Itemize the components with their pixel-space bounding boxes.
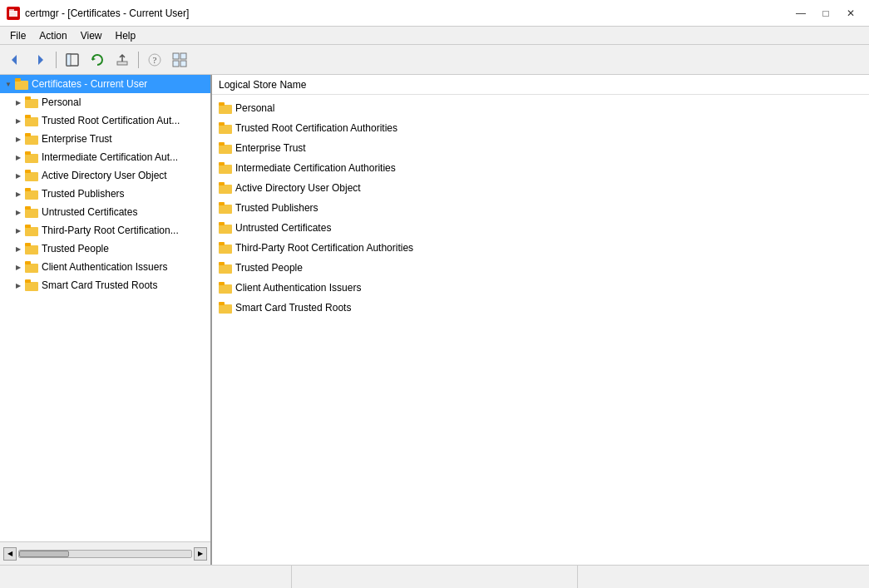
right-untrusted-label: Untrusted Certificates bbox=[235, 222, 331, 234]
scroll-track[interactable] bbox=[18, 550, 192, 558]
close-button[interactable]: ✕ bbox=[839, 5, 862, 22]
active-dir-arrow: ▶ bbox=[13, 170, 23, 180]
tree-view: ▼ Certificates - Current User ▶ Personal… bbox=[0, 75, 210, 541]
right-untrusted-icon bbox=[219, 222, 232, 234]
right-item-client-auth[interactable]: Client Authentication Issuers bbox=[212, 278, 869, 298]
tree-item-intermediate[interactable]: ▶ Intermediate Certification Aut... bbox=[0, 148, 210, 166]
svg-rect-51 bbox=[219, 225, 232, 234]
svg-rect-24 bbox=[25, 151, 31, 155]
right-personal-label: Personal bbox=[235, 102, 274, 114]
right-item-untrusted[interactable]: Untrusted Certificates bbox=[212, 218, 869, 238]
minimize-button[interactable]: — bbox=[789, 5, 812, 22]
active-dir-folder-icon bbox=[25, 170, 38, 181]
scroll-right-arrow[interactable]: ▶ bbox=[194, 547, 207, 561]
scroll-thumb[interactable] bbox=[19, 551, 69, 557]
right-trusted-root-icon bbox=[219, 122, 232, 134]
right-panel-items: Personal Trusted Root Certification Auth… bbox=[212, 95, 869, 321]
third-party-label: Third-Party Root Certification... bbox=[42, 225, 179, 236]
svg-rect-55 bbox=[219, 264, 232, 274]
tree-item-third-party[interactable]: ▶ Third-Party Root Certification... bbox=[0, 221, 210, 240]
svg-rect-22 bbox=[25, 133, 31, 136]
view-button[interactable] bbox=[168, 49, 191, 71]
right-item-third-party[interactable]: Third-Party Root Certification Authoriti… bbox=[212, 238, 869, 258]
tree-item-client-auth[interactable]: ▶ Client Authentication Issuers bbox=[0, 258, 210, 276]
svg-rect-1 bbox=[9, 11, 17, 17]
refresh-button[interactable] bbox=[86, 49, 109, 71]
intermediate-label: Intermediate Certification Aut... bbox=[42, 151, 178, 163]
menu-action[interactable]: Action bbox=[32, 28, 73, 43]
status-section-1 bbox=[7, 566, 292, 588]
svg-rect-17 bbox=[25, 99, 38, 108]
svg-rect-19 bbox=[25, 117, 38, 126]
right-panel: Logical Store Name Personal Trusted Root… bbox=[212, 75, 869, 565]
tree-item-smart-card[interactable]: ▶ Smart Card Trusted Roots bbox=[0, 276, 210, 294]
svg-rect-48 bbox=[219, 182, 225, 185]
client-auth-arrow: ▶ bbox=[13, 262, 23, 272]
svg-rect-41 bbox=[219, 125, 232, 134]
personal-arrow: ▶ bbox=[13, 97, 23, 107]
right-intermediate-label: Intermediate Certification Authorities bbox=[235, 162, 396, 174]
tree-item-active-dir[interactable]: ▶ Active Directory User Object bbox=[0, 166, 210, 185]
right-trusted-people-label: Trusted People bbox=[235, 262, 303, 274]
right-client-auth-icon bbox=[219, 282, 232, 294]
forward-button[interactable] bbox=[28, 49, 52, 71]
smart-card-arrow: ▶ bbox=[13, 280, 23, 290]
right-item-personal[interactable]: Personal bbox=[212, 98, 869, 118]
right-item-trusted-root[interactable]: Trusted Root Certification Authorities bbox=[212, 118, 869, 138]
scroll-left-arrow[interactable]: ◀ bbox=[3, 547, 17, 561]
svg-rect-23 bbox=[25, 154, 38, 163]
right-item-enterprise[interactable]: Enterprise Trust bbox=[212, 138, 869, 158]
svg-rect-15 bbox=[15, 81, 28, 90]
tree-item-untrusted[interactable]: ▶ Untrusted Certificates bbox=[0, 203, 210, 221]
svg-rect-16 bbox=[15, 78, 21, 82]
svg-rect-56 bbox=[219, 262, 225, 265]
svg-rect-18 bbox=[25, 96, 31, 100]
right-item-active-dir[interactable]: Active Directory User Object bbox=[212, 178, 869, 198]
svg-rect-8 bbox=[117, 62, 127, 65]
svg-rect-58 bbox=[219, 282, 225, 285]
trusted-root-folder-icon bbox=[25, 115, 38, 126]
right-trusted-root-label: Trusted Root Certification Authorities bbox=[235, 122, 397, 134]
right-item-intermediate[interactable]: Intermediate Certification Authorities bbox=[212, 158, 869, 178]
right-intermediate-icon bbox=[219, 162, 232, 174]
trusted-root-label: Trusted Root Certification Aut... bbox=[42, 115, 180, 126]
menu-file[interactable]: File bbox=[3, 28, 32, 43]
left-panel: ▼ Certificates - Current User ▶ Personal… bbox=[0, 75, 212, 565]
third-party-arrow: ▶ bbox=[13, 225, 23, 235]
tree-item-enterprise[interactable]: ▶ Enterprise Trust bbox=[0, 130, 210, 148]
left-panel-scrollbar[interactable]: ◀ ▶ bbox=[0, 541, 210, 565]
svg-rect-59 bbox=[219, 304, 232, 314]
export-button[interactable] bbox=[111, 49, 134, 71]
svg-rect-28 bbox=[25, 188, 31, 191]
show-hide-button[interactable] bbox=[61, 49, 84, 71]
tree-item-trusted-publishers[interactable]: ▶ Trusted Publishers bbox=[0, 185, 210, 203]
right-panel-header: Logical Store Name bbox=[212, 75, 869, 95]
menu-bar: File Action View Help bbox=[0, 27, 869, 45]
maximize-button[interactable]: □ bbox=[814, 5, 837, 22]
svg-rect-39 bbox=[219, 105, 232, 114]
right-trusted-pub-label: Trusted Publishers bbox=[235, 202, 318, 214]
tree-item-trusted-people[interactable]: ▶ Trusted People bbox=[0, 240, 210, 258]
svg-rect-38 bbox=[25, 279, 31, 283]
back-button[interactable] bbox=[3, 49, 27, 71]
right-item-trusted-publishers[interactable]: Trusted Publishers bbox=[212, 198, 869, 218]
svg-rect-13 bbox=[173, 61, 179, 67]
third-party-folder-icon bbox=[25, 225, 38, 236]
tree-item-trusted-root[interactable]: ▶ Trusted Root Certification Aut... bbox=[0, 111, 210, 130]
enterprise-label: Enterprise Trust bbox=[42, 133, 112, 145]
help-button[interactable]: ? bbox=[143, 49, 166, 71]
svg-rect-34 bbox=[25, 243, 31, 246]
trusted-people-folder-icon bbox=[25, 243, 38, 254]
svg-rect-2 bbox=[9, 9, 14, 12]
menu-view[interactable]: View bbox=[74, 28, 109, 43]
right-item-trusted-people[interactable]: Trusted People bbox=[212, 258, 869, 278]
tree-root-node[interactable]: ▼ Certificates - Current User bbox=[0, 75, 210, 93]
tree-item-personal[interactable]: ▶ Personal bbox=[0, 93, 210, 111]
right-item-smart-card[interactable]: Smart Card Trusted Roots bbox=[212, 298, 869, 318]
smart-card-folder-icon bbox=[25, 279, 38, 291]
trusted-publishers-arrow: ▶ bbox=[13, 189, 23, 199]
trusted-people-arrow: ▶ bbox=[13, 244, 23, 254]
menu-help[interactable]: Help bbox=[109, 28, 143, 43]
client-auth-folder-icon bbox=[25, 261, 38, 273]
svg-rect-52 bbox=[219, 222, 225, 225]
